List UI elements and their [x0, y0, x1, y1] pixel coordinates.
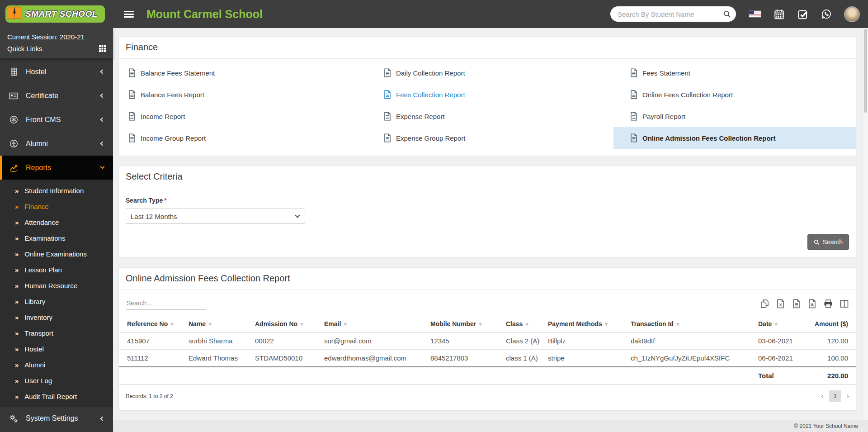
table-total-row: Total 220.00: [119, 367, 856, 385]
pagination-prev-icon[interactable]: ‹: [821, 392, 823, 400]
app-logo[interactable]: SMART SCHOOL: [5, 5, 105, 23]
sidebar-item-reports[interactable]: Reports: [0, 156, 113, 180]
submenu-human-resource[interactable]: » Human Resource: [0, 278, 113, 294]
submenu-online-examinations[interactable]: » Online Examinations: [0, 246, 113, 262]
col-amount[interactable]: Amount ($): [810, 315, 856, 332]
submenu-finance[interactable]: » Finance: [0, 199, 113, 214]
total-amount: 220.00: [810, 367, 856, 385]
col-class[interactable]: Class▼: [502, 315, 544, 332]
sidebar-item-system-settings[interactable]: System Settings: [0, 407, 113, 430]
submenu-label: Transport: [24, 329, 53, 337]
search-icon[interactable]: [723, 10, 731, 18]
document-icon: [128, 68, 136, 77]
column-visibility-icon[interactable]: [840, 299, 849, 309]
top-bar: SMART SCHOOL Mount Carmel School: [0, 0, 868, 28]
finance-links-grid: Balance Fees Statement Daily Collection …: [119, 59, 856, 156]
submenu-attendance[interactable]: » Attendance: [0, 214, 113, 230]
scrollbar-thumb[interactable]: [864, 29, 867, 113]
select-criteria-card: Select Criteria Search Type* Last 12 Mon…: [118, 166, 856, 258]
sidebar-item-alumni[interactable]: Alumni: [0, 132, 113, 156]
link-balance-fees-statement[interactable]: Balance Fees Statement: [119, 62, 374, 84]
submenu-transport[interactable]: » Transport: [0, 325, 113, 341]
required-asterisk: *: [164, 197, 166, 204]
sidebar-item-front-cms[interactable]: Front CMS: [0, 108, 113, 132]
student-search-input[interactable]: [618, 10, 723, 18]
calendar-icon[interactable]: [774, 9, 784, 19]
link-balance-fees-report[interactable]: Balance Fees Report: [119, 84, 374, 105]
link-expense-group-report[interactable]: Expense Group Report: [374, 127, 621, 149]
search-type-select[interactable]: Last 12 Months: [126, 209, 305, 224]
link-online-fees-collection-report[interactable]: Online Fees Collection Report: [621, 84, 856, 105]
table-search-input[interactable]: [126, 298, 206, 310]
submenu-inventory[interactable]: » Inventory: [0, 309, 113, 325]
current-session-label: Current Session: 2020-21: [7, 33, 106, 41]
submenu-examinations[interactable]: » Examinations: [0, 230, 113, 246]
table-row[interactable]: 415907 surbhi Sharma 00022 sur@gmail.com…: [119, 332, 856, 350]
link-fees-statement[interactable]: Fees Statement: [621, 62, 856, 84]
link-income-report[interactable]: Income Report: [119, 105, 374, 127]
col-mobile-number[interactable]: Mobile Number▼: [427, 315, 502, 332]
sort-icon: ▼: [208, 322, 212, 327]
whatsapp-icon[interactable]: [821, 9, 832, 19]
sort-icon: ▼: [300, 322, 303, 327]
finance-link-label: Balance Fees Report: [141, 91, 204, 99]
submenu-library[interactable]: » Library: [0, 294, 113, 309]
double-arrow-icon: »: [15, 377, 19, 385]
copy-icon[interactable]: [760, 299, 769, 309]
col-transaction-id[interactable]: Transaction Id▼: [627, 315, 755, 332]
search-button[interactable]: Search: [807, 234, 849, 250]
submenu-user-log[interactable]: » User Log: [0, 373, 113, 389]
building-icon: [9, 67, 18, 76]
csv-export-icon[interactable]: [792, 299, 801, 309]
link-fees-collection-report[interactable]: Fees Collection Report: [374, 84, 621, 105]
submenu-audit-trail-report[interactable]: » Audit Trail Report: [0, 389, 113, 404]
pagination-next-icon[interactable]: ›: [847, 392, 849, 400]
hamburger-menu-icon[interactable]: [124, 11, 134, 18]
finance-link-label: Expense Report: [396, 113, 445, 120]
finance-link-label: Daily Collection Report: [396, 69, 465, 77]
alumni-person-icon: [9, 139, 18, 148]
excel-export-icon[interactable]: X: [776, 299, 785, 309]
link-payroll-report[interactable]: Payroll Report: [621, 105, 856, 127]
pagination-page-1[interactable]: 1: [829, 390, 841, 402]
link-expense-report[interactable]: Expense Report: [374, 105, 621, 127]
sidebar-item-label: Hostel: [26, 68, 46, 76]
col-name[interactable]: Name▼: [185, 315, 251, 332]
submenu-alumni[interactable]: » Alumni: [0, 357, 113, 373]
submenu-hostel[interactable]: » Hostel: [0, 341, 113, 357]
quick-links-grid-icon[interactable]: [99, 45, 106, 52]
col-admission-no[interactable]: Admission No▼: [251, 315, 321, 332]
user-avatar[interactable]: [845, 7, 859, 21]
double-arrow-icon: »: [15, 187, 19, 195]
document-icon: [384, 133, 391, 142]
document-icon: [384, 68, 391, 77]
double-arrow-icon: »: [15, 282, 19, 290]
document-icon: [384, 112, 391, 121]
submenu-student-information[interactable]: » Student Information: [0, 183, 113, 199]
tasks-check-icon[interactable]: [797, 9, 808, 19]
pdf-export-icon[interactable]: [807, 299, 817, 309]
document-icon: [384, 90, 391, 99]
finance-link-label: Fees Statement: [642, 69, 690, 77]
sort-icon: ▼: [605, 322, 608, 327]
col-payment-methods[interactable]: Payment Methods▼: [544, 315, 627, 332]
link-online-admission-fees-collection-report[interactable]: Online Admission Fees Collection Report: [613, 127, 856, 149]
link-daily-collection-report[interactable]: Daily Collection Report: [374, 62, 621, 84]
double-arrow-icon: »: [15, 345, 19, 353]
main-content: Finance Balance Fees Statement Daily Col…: [113, 28, 868, 432]
col-email[interactable]: Email▼: [321, 315, 427, 332]
vertical-scrollbar[interactable]: [863, 28, 868, 420]
link-income-group-report[interactable]: Income Group Report: [119, 127, 374, 149]
chevron-left-icon: [100, 416, 105, 421]
sidebar-item-hostel[interactable]: Hostel: [0, 60, 113, 84]
document-icon: [128, 133, 136, 142]
table-header-row: Reference No▼ Name▼ Admission No▼ Email▼…: [119, 315, 856, 332]
sidebar-item-certificate[interactable]: Certificate: [0, 84, 113, 108]
col-date[interactable]: Date▼: [755, 315, 810, 332]
print-icon[interactable]: [823, 299, 833, 309]
finance-link-label: Income Report: [141, 113, 185, 120]
submenu-lesson-plan[interactable]: » Lesson Plan: [0, 262, 113, 278]
language-us-flag-icon[interactable]: [749, 11, 761, 17]
col-reference-no[interactable]: Reference No▼: [119, 315, 185, 332]
table-row[interactable]: 511112 Edward Thomas STDAMD50010 edwardt…: [119, 350, 856, 367]
